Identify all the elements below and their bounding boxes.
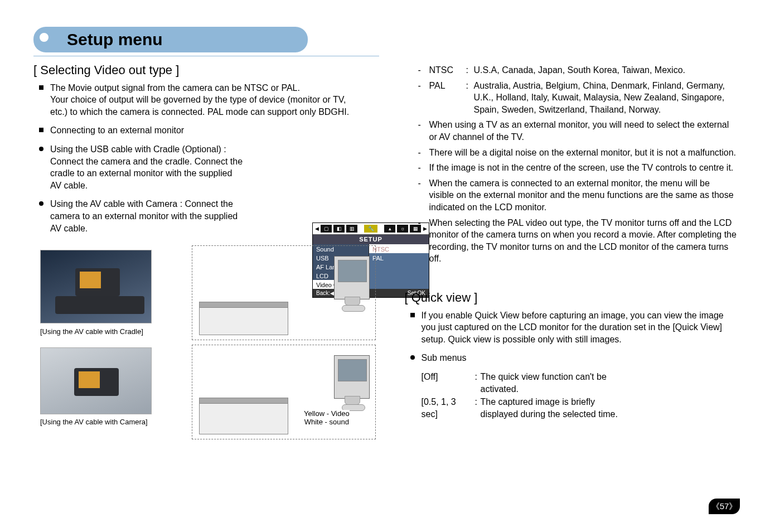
camera-screen-shape bbox=[79, 371, 100, 388]
label: NTSC bbox=[429, 65, 454, 75]
tv-screen-shape bbox=[338, 359, 367, 381]
text: The Movie output signal from the camera … bbox=[50, 83, 300, 93]
tv-icon bbox=[334, 256, 370, 299]
tab-icon: ◧ bbox=[333, 225, 345, 233]
dash-ntsc: NTSC : U.S.A, Canada, Japan, South Korea… bbox=[405, 64, 737, 76]
para-av-camera: Using the AV cable with Camera : Connect… bbox=[33, 198, 245, 234]
para-quick-view: If you enable Quick View before capturin… bbox=[405, 309, 737, 346]
tab-setup-icon: 🔧 bbox=[364, 225, 377, 233]
label: [Off] bbox=[422, 372, 438, 381]
submenu-seconds: [0.5, 1, 3 sec] : The captured image is … bbox=[405, 396, 628, 420]
para-sub-menus: Sub menus bbox=[405, 352, 737, 364]
left-arrow-icon: ◀ bbox=[315, 225, 318, 233]
value: The captured image is briefly displayed … bbox=[481, 397, 618, 419]
dash-digital-noise: There will be a digital noise on the ext… bbox=[405, 147, 737, 159]
text: Yellow - Video bbox=[304, 409, 350, 418]
tv-stand-shape bbox=[345, 297, 360, 306]
page-title: Setup menu bbox=[33, 27, 308, 52]
text: White - sound bbox=[304, 418, 349, 426]
submenu-off: [Off] : The quick view function can't be… bbox=[405, 371, 628, 395]
dash-tv-channel: When using a TV as an external monitor, … bbox=[405, 119, 737, 143]
camera-shape bbox=[74, 368, 119, 396]
section-heading-quick-view: [ Quick view ] bbox=[405, 289, 737, 306]
value: U.S.A, Canada, Japan, South Korea, Taiwa… bbox=[474, 65, 685, 75]
caption-camera: [Using the AV cable with Camera] bbox=[40, 417, 148, 427]
dash-pal-behaviour: When selecting the PAL video out type, t… bbox=[405, 217, 737, 265]
dash-menu-visible: When the camera is connected to an exter… bbox=[405, 177, 737, 214]
para-movie-output: The Movie output signal from the camera … bbox=[33, 82, 366, 118]
tab-icon: ▥ bbox=[346, 225, 357, 233]
illustrations-area: [Using the AV cable with Cradle] [Using … bbox=[33, 250, 366, 451]
title-underline bbox=[33, 56, 379, 56]
text: Your choice of output will be governed b… bbox=[50, 95, 349, 117]
tv-stand-shape bbox=[345, 396, 360, 405]
tab-icon: ▢ bbox=[321, 225, 332, 233]
label: PAL bbox=[429, 81, 445, 90]
left-column: [ Selecting Video out type ] The Movie o… bbox=[33, 62, 366, 451]
dash-centre: If the image is not in the centre of the… bbox=[405, 162, 737, 174]
tv-icon bbox=[334, 355, 370, 399]
photo-camera bbox=[40, 347, 152, 414]
photo-cradle bbox=[40, 250, 152, 323]
camera-screen-shape bbox=[80, 272, 101, 288]
camera-device-shape bbox=[199, 398, 288, 434]
page-number: 《57》 bbox=[709, 499, 740, 514]
diagram-camera-to-tv: Yellow - Video White - sound bbox=[192, 345, 376, 439]
para-connecting-external: Connecting to an external monitor bbox=[33, 124, 366, 137]
tv-screen-shape bbox=[338, 260, 367, 282]
right-column: NTSC : U.S.A, Canada, Japan, South Korea… bbox=[405, 62, 737, 451]
title-area: Setup menu bbox=[33, 27, 737, 52]
value: Australia, Austria, Belgium, China, Denm… bbox=[474, 81, 725, 114]
dock-shape bbox=[55, 296, 144, 314]
value: The quick view function can't be activat… bbox=[481, 372, 607, 394]
caption-cradle: [Using the AV cable with Cradle] bbox=[40, 327, 143, 337]
tab-icon: ▴ bbox=[384, 225, 395, 233]
dash-pal: PAL : Australia, Austria, Belgium, China… bbox=[405, 80, 737, 116]
cable-color-label: Yellow - Video White - sound bbox=[304, 410, 350, 427]
camera-shape bbox=[75, 268, 120, 296]
para-usb-cradle: Using the USB cable with Cradle (Optiona… bbox=[33, 143, 245, 191]
section-heading-video-out: [ Selecting Video out type ] bbox=[33, 62, 366, 79]
diagram-cradle-to-tv bbox=[192, 245, 376, 340]
label: [0.5, 1, 3 sec] bbox=[422, 397, 456, 419]
cradle-device-shape bbox=[199, 302, 288, 335]
title-bullet-icon bbox=[38, 31, 50, 43]
